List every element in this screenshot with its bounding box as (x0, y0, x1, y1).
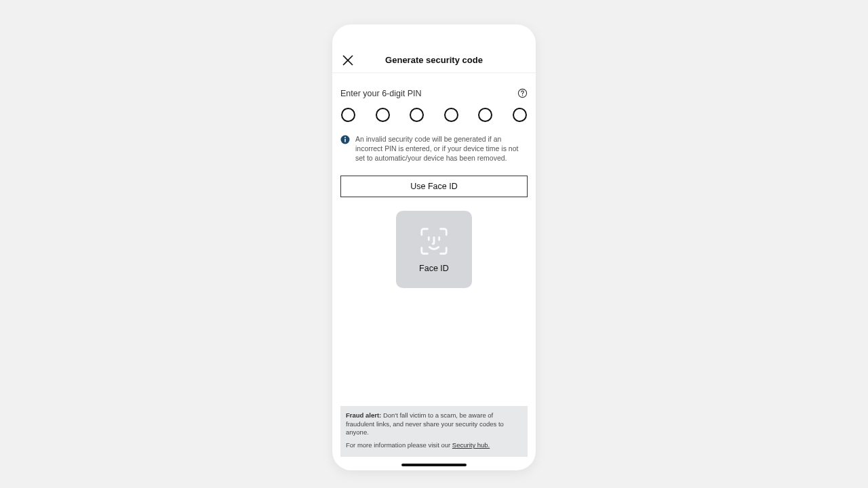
fraud-alert-more: For more information please visit our Se… (346, 441, 522, 450)
pin-label: Enter your 6-digit PIN (340, 89, 422, 98)
pin-digit-5[interactable] (478, 108, 492, 122)
page-title: Generate security code (340, 55, 528, 65)
pin-digit-3[interactable] (410, 108, 424, 122)
pin-digit-4[interactable] (444, 108, 458, 122)
home-indicator[interactable] (401, 464, 467, 466)
fraud-alert-line: Fraud alert: Don't fall victim to a scam… (346, 411, 522, 437)
svg-rect-5 (344, 139, 346, 142)
use-face-id-button[interactable]: Use Face ID (340, 176, 528, 197)
fraud-alert-more-prefix: For more information please visit our (346, 441, 452, 449)
close-icon[interactable] (342, 54, 354, 66)
fraud-alert-label: Fraud alert: (346, 411, 381, 419)
face-id-icon (418, 226, 450, 257)
spacer (340, 288, 528, 406)
content-area: Enter your 6-digit PIN (332, 73, 536, 406)
face-id-tile[interactable]: Face ID (396, 211, 472, 288)
pin-label-row: Enter your 6-digit PIN (340, 88, 528, 98)
fraud-alert-box: Fraud alert: Don't fall victim to a scam… (340, 406, 528, 457)
phone-frame: Generate security code Enter your 6-digi… (332, 24, 536, 470)
info-text: An invalid security code will be generat… (355, 134, 528, 163)
pin-digit-2[interactable] (376, 108, 390, 122)
info-icon (340, 135, 350, 144)
info-row: An invalid security code will be generat… (340, 134, 528, 163)
svg-point-6 (344, 137, 346, 138)
svg-point-3 (522, 95, 524, 96)
header: Generate security code (332, 47, 536, 73)
help-icon[interactable] (517, 88, 528, 98)
security-hub-link[interactable]: Security hub. (452, 441, 490, 449)
pin-digit-1[interactable] (341, 108, 355, 122)
status-bar-spacer (332, 24, 536, 47)
face-id-label: Face ID (419, 264, 449, 273)
pin-digit-6[interactable] (513, 108, 527, 122)
pin-input[interactable] (340, 108, 528, 122)
